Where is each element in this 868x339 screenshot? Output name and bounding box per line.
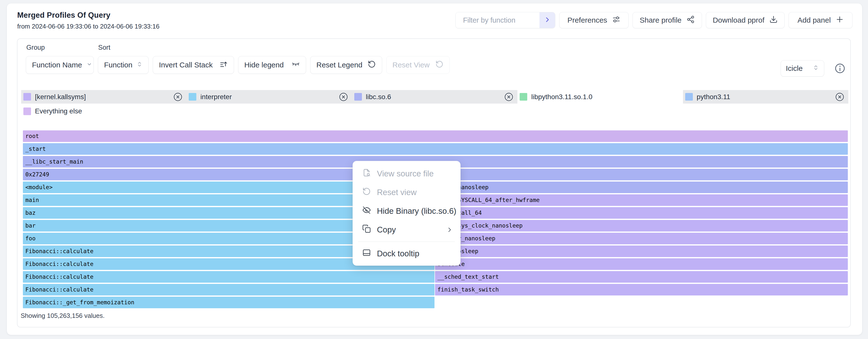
menu-item-reset-view: Reset view xyxy=(353,183,460,202)
view-mode-value: Icicle xyxy=(786,64,803,72)
filter-by-function xyxy=(456,12,555,28)
sort-by-value: Function xyxy=(104,61,132,69)
preferences-button[interactable]: Preferences xyxy=(559,12,629,28)
legend-remove-button[interactable] xyxy=(173,92,183,102)
legend-item-label: interpreter xyxy=(200,93,232,101)
invert-call-stack-button[interactable]: Invert Call Stack xyxy=(153,56,234,74)
legend-item-label: python3.11 xyxy=(697,93,731,101)
flame-frame[interactable]: _start xyxy=(23,143,848,155)
download-icon xyxy=(769,15,778,25)
file-search-icon xyxy=(362,168,371,179)
legend-item-everything-else[interactable]: Everything else xyxy=(21,107,82,115)
legend-swatch xyxy=(354,93,362,101)
chevrons-up-down-icon xyxy=(813,64,819,72)
sort-arrow-up-icon xyxy=(219,60,228,70)
flame-frame[interactable]: __x64_sys_clock_nanosleep xyxy=(435,220,848,232)
group-by-value: Function Name xyxy=(32,61,82,69)
legend-item[interactable]: libc.so.6 xyxy=(352,90,518,103)
legend-item-label: Everything else xyxy=(35,107,82,115)
view-mode-select[interactable]: Icicle xyxy=(781,60,824,76)
chevrons-up-down-icon xyxy=(136,61,143,69)
reset-view-button: Reset View xyxy=(386,56,450,74)
reset-legend-button[interactable]: Reset Legend xyxy=(310,56,382,74)
group-by-select[interactable]: Function Name xyxy=(26,56,94,74)
legend-remove-button[interactable] xyxy=(339,92,348,102)
legend-item[interactable]: python3.11 xyxy=(683,90,848,103)
page-title: Merged Profiles Of Query xyxy=(17,11,111,20)
flame-frame[interactable]: Fibonacci::_get_from_memoization xyxy=(23,297,434,308)
rotate-ccw-icon xyxy=(368,60,376,70)
flame-frame[interactable]: finish_task_switch xyxy=(435,284,848,296)
flame-frame[interactable]: entry_SYSCALL_64_after_hwframe xyxy=(435,194,848,206)
hide-legend-label: Hide legend xyxy=(244,61,284,69)
preferences-button-label: Preferences xyxy=(567,16,607,24)
info-icon[interactable] xyxy=(835,63,845,74)
menu-item-copy[interactable]: Copy xyxy=(353,220,460,239)
menu-item-label: View source file xyxy=(377,169,434,178)
share-profile-button-label: Share profile xyxy=(640,16,682,24)
dock-panel-icon xyxy=(362,248,371,259)
share-profile-button[interactable]: Share profile xyxy=(632,12,702,28)
legend-swatch xyxy=(23,93,31,101)
page-subtitle: from 2024-06-06 19:33:06 to 2024-06-06 1… xyxy=(17,23,159,30)
reset-legend-label: Reset Legend xyxy=(316,61,363,69)
legend-swatch xyxy=(520,93,527,101)
legend-band: [kernel.kallsyms]interpreterlibc.so.6lib… xyxy=(21,90,848,103)
flame-frame[interactable]: hrtimer_nanosleep xyxy=(435,233,848,244)
flame-frame[interactable]: __sched_text_start xyxy=(435,271,848,283)
download-pprof-button-label: Download pprof xyxy=(713,16,765,24)
rotate-ccw-icon xyxy=(435,60,443,70)
status-text: Showing 105,263,156 values. xyxy=(21,312,104,319)
flamegraph-toolbar: Function Name Function Invert Call Stack… xyxy=(26,56,450,74)
menu-item-label: Reset view xyxy=(377,188,416,197)
legend-item-label: libc.so.6 xyxy=(366,93,391,101)
legend-item-label: [kernel.kallsyms] xyxy=(35,93,86,101)
copy-icon xyxy=(362,224,371,235)
flame-frame[interactable]: Fibonacci::calculate xyxy=(23,284,434,296)
share-icon xyxy=(686,15,695,25)
chevron-right-icon xyxy=(544,16,551,24)
download-pprof-button[interactable]: Download pprof xyxy=(706,12,784,28)
legend-swatch xyxy=(23,107,31,115)
flame-frame[interactable]: schedule xyxy=(435,258,848,270)
menu-item-label: Copy xyxy=(377,225,396,235)
reset-view-label: Reset View xyxy=(393,61,430,69)
chevron-right-icon xyxy=(446,226,454,234)
add-panel-button-label: Add panel xyxy=(797,16,831,24)
sort-by-select[interactable]: Function xyxy=(98,56,149,74)
invert-call-stack-label: Invert Call Stack xyxy=(159,61,213,69)
legend-swatch xyxy=(685,93,693,101)
menu-item-label: Hide Binary (libc.so.6) xyxy=(377,207,456,216)
legend-item[interactable]: libpython3.11.so.1.0 xyxy=(518,90,683,103)
filter-input[interactable] xyxy=(456,12,539,28)
context-menu: View source file Reset view Hide Binary … xyxy=(352,161,461,266)
legend-remove-button[interactable] xyxy=(835,92,844,102)
eye-off-icon xyxy=(362,206,371,216)
menu-divider xyxy=(358,242,455,242)
flame-frame[interactable]: clock_nanosleep xyxy=(435,182,848,193)
menu-item-dock-tooltip[interactable]: Dock tooltip xyxy=(353,244,460,263)
chevron-down-icon xyxy=(86,61,93,69)
sort-label: Sort xyxy=(98,44,111,52)
filter-submit-button[interactable] xyxy=(539,12,555,28)
legend-item[interactable]: interpreter xyxy=(186,90,352,103)
hide-legend-button[interactable]: Hide legend xyxy=(238,56,306,74)
sliders-icon xyxy=(612,15,620,25)
group-label: Group xyxy=(26,44,45,52)
add-panel-button[interactable]: Add panel xyxy=(788,12,852,28)
rotate-ccw-icon xyxy=(362,187,371,198)
legend-swatch xyxy=(189,93,196,101)
flame-frame[interactable]: Fibonacci::calculate xyxy=(23,271,434,283)
legend-item[interactable]: [kernel.kallsyms] xyxy=(21,90,186,103)
flame-frame[interactable]: do_nanosleep xyxy=(435,246,848,257)
legend-item-label: libpython3.11.so.1.0 xyxy=(531,93,592,101)
flame-frame[interactable]: root xyxy=(23,130,848,142)
menu-item-label: Dock tooltip xyxy=(377,249,419,258)
flame-frame[interactable]: do_syscall_64 xyxy=(435,207,848,219)
menu-item-view-source-file: View source file xyxy=(353,164,460,183)
legend-remove-button[interactable] xyxy=(504,92,514,102)
eye-closed-icon xyxy=(291,60,300,70)
plus-icon xyxy=(836,16,844,25)
header-actions: Preferences Share profile Download pprof… xyxy=(456,12,852,28)
menu-item-hide-binary[interactable]: Hide Binary (libc.so.6) xyxy=(353,202,460,220)
